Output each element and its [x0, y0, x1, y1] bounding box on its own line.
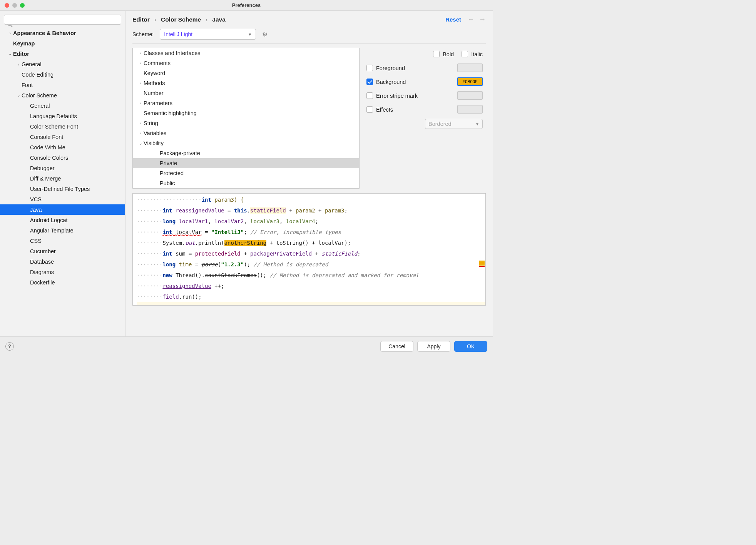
sidebar-item[interactable]: Code With Me	[0, 142, 125, 152]
code: ····················int param3) { ······…	[133, 194, 485, 306]
sidebar-item[interactable]: ›Appearance & Behavior	[0, 28, 125, 38]
breadcrumb-row: Editor › Color Scheme › Java Reset ← →	[125, 11, 493, 27]
category-item[interactable]: Public	[133, 178, 359, 188]
category-item[interactable]: Semantic highlighting	[133, 108, 359, 118]
minimize-icon[interactable]	[12, 3, 17, 8]
crumb-color-scheme[interactable]: Color Scheme	[161, 16, 201, 23]
sidebar-item[interactable]: Database	[0, 256, 125, 267]
bold-checkbox[interactable]: Bold	[433, 51, 454, 57]
foreground-checkbox[interactable]: Foreground	[366, 65, 405, 71]
category-item[interactable]: ›Methods	[133, 78, 359, 88]
sidebar-item[interactable]: User-Defined File Types	[0, 184, 125, 194]
maximize-icon[interactable]	[20, 3, 25, 8]
category-item[interactable]: ⌄Visibility	[133, 138, 359, 148]
nav-arrows: ← →	[467, 15, 486, 23]
category-label: Comments	[144, 60, 171, 66]
sidebar-item-label: Android Logcat	[30, 217, 68, 223]
sidebar-item[interactable]: Code Editing	[0, 69, 125, 80]
chevron-right-icon: ›	[206, 16, 207, 23]
sidebar-item[interactable]: VCS	[0, 194, 125, 204]
category-tree[interactable]: ›Classes and Interfaces›CommentsKeyword›…	[132, 48, 360, 189]
gear-icon[interactable]: ⚙	[262, 31, 268, 38]
close-icon[interactable]	[5, 3, 9, 8]
forward-icon[interactable]: →	[479, 15, 486, 23]
sidebar-item[interactable]: Debugger	[0, 163, 125, 173]
category-item[interactable]: Keyword	[133, 68, 359, 78]
category-item[interactable]: Protected	[133, 168, 359, 178]
category-item[interactable]: Package-private	[133, 148, 359, 158]
effects-swatch[interactable]	[457, 105, 483, 114]
category-label: Protected	[160, 170, 184, 176]
footer: ? Cancel Apply OK	[0, 336, 493, 356]
sidebar-item[interactable]: Diagrams	[0, 267, 125, 277]
sidebar-item[interactable]: Language Defaults	[0, 111, 125, 121]
foreground-swatch[interactable]	[457, 64, 483, 72]
crumb-editor[interactable]: Editor	[132, 16, 150, 23]
sidebar-item[interactable]: Java	[0, 204, 125, 215]
apply-button[interactable]: Apply	[417, 341, 450, 352]
sidebar-item[interactable]: Android Logcat	[0, 215, 125, 225]
back-icon[interactable]: ←	[467, 15, 474, 23]
effects-checkbox[interactable]: Effects	[366, 106, 393, 113]
error-stripe-checkbox[interactable]: Error stripe mark	[366, 92, 418, 99]
sidebar-item-label: Dockerfile	[30, 279, 55, 286]
effects-type-select[interactable]: Bordered ▼	[425, 119, 483, 129]
scheme-select[interactable]: IntelliJ Light ▼	[160, 29, 256, 40]
category-item[interactable]: ›Classes and Interfaces	[133, 48, 359, 58]
background-checkbox[interactable]: Background	[366, 79, 406, 85]
category-item[interactable]: Number	[133, 88, 359, 98]
sidebar-item[interactable]: Angular Template	[0, 225, 125, 236]
background-swatch[interactable]: F0B00F	[457, 77, 483, 86]
scheme-value: IntelliJ Light	[164, 31, 192, 37]
sidebar-item[interactable]: ⌄Color Scheme	[0, 90, 125, 100]
sidebar-item[interactable]: General	[0, 100, 125, 111]
sidebar-item-label: Editor	[13, 51, 29, 57]
crumb-java: Java	[212, 16, 225, 23]
sidebar-item-label: CSS	[30, 238, 42, 244]
code-preview[interactable]: ····················int param3) { ······…	[132, 193, 486, 306]
search-input[interactable]	[4, 15, 121, 25]
sidebar-item-label: Cucumber	[30, 248, 56, 254]
reset-link[interactable]: Reset	[445, 16, 461, 23]
category-label: Number	[144, 90, 164, 96]
category-item[interactable]: Private	[133, 158, 359, 168]
sidebar-item[interactable]: CSS	[0, 236, 125, 246]
chevron-right-icon: ›	[154, 16, 156, 23]
category-label: Package-private	[160, 150, 200, 156]
category-label: Classes and Interfaces	[144, 50, 201, 56]
chevron-icon: ⌄	[137, 141, 144, 146]
sidebar-tree[interactable]: ›Appearance & BehaviorKeymap⌄Editor›Gene…	[0, 28, 125, 336]
sidebar-item-label: Appearance & Behavior	[13, 30, 76, 36]
category-label: Private	[160, 160, 177, 166]
sidebar-item[interactable]: Console Font	[0, 132, 125, 142]
sidebar-item-label: Language Defaults	[30, 113, 77, 119]
category-item[interactable]: ›String	[133, 118, 359, 128]
sidebar-item[interactable]: ›General	[0, 59, 125, 69]
ok-button[interactable]: OK	[454, 341, 487, 352]
error-stripe-swatch[interactable]	[457, 91, 483, 100]
sidebar-item[interactable]: Keymap	[0, 38, 125, 48]
sidebar-item-label: Console Colors	[30, 155, 68, 161]
breadcrumb: Editor › Color Scheme › Java	[132, 16, 445, 23]
sidebar-item[interactable]: Console Colors	[0, 152, 125, 163]
chevron-icon: ›	[137, 81, 144, 85]
category-item[interactable]: ›Variables	[133, 128, 359, 138]
sidebar-item[interactable]: Cucumber	[0, 246, 125, 256]
sidebar-item-label: Color Scheme	[22, 92, 57, 99]
category-label: Variables	[144, 130, 166, 136]
sidebar-item[interactable]: Color Scheme Font	[0, 121, 125, 132]
sidebar-item[interactable]: Dockerfile	[0, 277, 125, 288]
category-item[interactable]: ›Parameters	[133, 98, 359, 108]
sidebar-item[interactable]: ⌄Editor	[0, 48, 125, 59]
chevron-icon: ⌄	[15, 93, 22, 98]
sidebar-item-label: Console Font	[30, 134, 63, 140]
sidebar-item-label: Database	[30, 259, 54, 265]
sidebar-item[interactable]: Diff & Merge	[0, 173, 125, 184]
error-stripe[interactable]	[479, 261, 485, 267]
sidebar-item[interactable]: Font	[0, 80, 125, 90]
cancel-button[interactable]: Cancel	[380, 341, 413, 352]
chevron-down-icon: ▼	[248, 32, 252, 37]
italic-checkbox[interactable]: Italic	[462, 51, 483, 57]
category-item[interactable]: ›Comments	[133, 58, 359, 68]
help-icon[interactable]: ?	[5, 342, 14, 351]
